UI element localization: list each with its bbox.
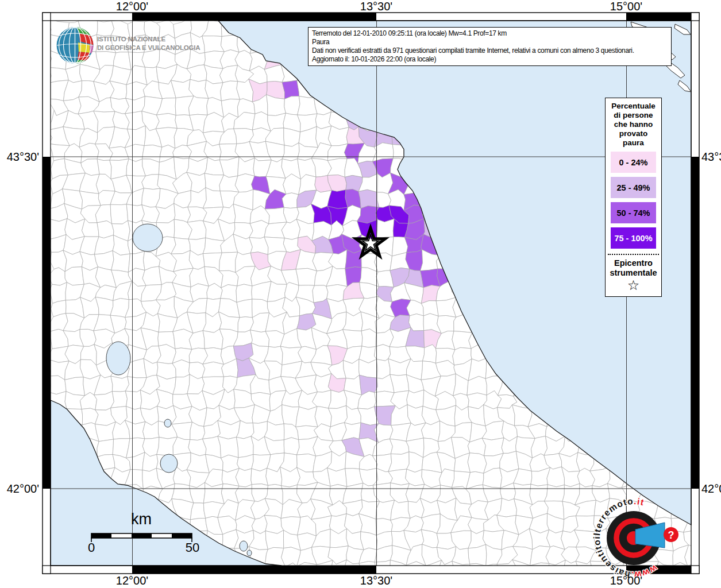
axis-label-top: 15°00' [610,0,642,13]
municipality-cell [486,564,502,582]
municipality-cell [468,453,487,474]
legend-swatch-75-100: 75 - 100% [611,227,656,249]
scale-start-label: 0 [84,540,98,555]
axis-label-right: 42°00' [701,482,721,496]
municipality-cell [264,515,283,533]
scale-end-label: 50 [184,540,201,555]
title-line-question: Paura [312,38,668,47]
municipality-cell [65,267,84,285]
municipality-cell [97,21,114,36]
municipality-cell [314,374,331,393]
lake-albano [240,541,248,551]
municipality-cell [421,269,440,288]
municipality-cell [265,530,284,549]
municipality-cell [406,562,426,580]
municipality-cell [125,390,141,409]
ingv-line1: ISTITUTO NAZIONALE [97,35,200,44]
lake-bracciano [160,454,178,473]
municipality-cell [221,35,240,52]
municipality-cell [218,436,238,458]
axis-label-bottom: 15°00' [610,574,642,587]
title-line-data-note: Dati non verificati estratti da 971 ques… [312,47,668,55]
municipality-cell [156,114,177,129]
ingv-line2: DI GEOFISICA E VULCANOLOGIA [97,44,200,52]
municipality-cell [576,561,592,579]
municipality-cell [545,485,565,501]
legend-swatch-0-24: 0 - 24% [611,152,656,173]
question-mark: ? [668,529,674,541]
legend: Percentuale di persone che hanno provato… [605,98,662,297]
municipality-cell [190,503,205,520]
municipality-cell [358,189,379,208]
lake-nemi [247,550,252,556]
star-outline-icon: ☆ [606,278,661,293]
ingv-wordmark: ISTITUTO NAZIONALE DI GEOFISICA E VULCAN… [97,35,200,52]
municipality-cell [361,329,376,347]
municipality-cell [251,468,268,485]
axis-label-bottom: 12°00' [116,574,148,587]
axis-label-top: 12°00' [116,0,148,13]
legend-swatch-50-74: 50 - 74% [611,202,656,223]
title-line-event: Terremoto del 12-01-2010 09:25:11 (ora l… [312,29,668,38]
title-box: Terremoto del 12-01-2010 09:25:11 (ora l… [308,27,672,66]
municipality-cell [237,436,254,458]
axis-label-left: 42°00' [0,482,39,496]
legend-title: Percentuale di persone che hanno provato… [606,102,661,148]
municipality-cell [284,438,299,455]
axis-label-left: 43°30' [0,150,39,164]
municipality-cell [482,438,504,457]
municipality-cell [235,174,255,192]
municipality-cell [685,545,705,566]
legend-swatch-25-49: 25 - 49% [611,177,656,198]
municipality-cell [97,439,114,457]
municipality-cell [110,204,128,224]
municipality-cell [391,500,410,520]
axis-label-right: 43°30' [701,150,721,164]
municipality-cell [388,452,409,471]
lake-vico [164,419,171,427]
title-line-updated: Aggiornato il: 10-01-2026 22:00 (ora loc… [312,55,668,64]
lake-bolsena [106,342,130,375]
municipality-cell [221,81,240,101]
scale-unit-label: km [131,510,152,528]
axis-label-top: 13°30' [360,0,392,13]
municipality-cell [202,362,224,377]
municipality-cell [219,252,238,272]
municipality-cell [296,268,317,285]
macroseismic-map-page: ? www.haisentitoilterremoto.it 12°00'13°… [0,0,721,588]
municipality-cell [142,159,160,176]
municipality-cell [328,126,349,146]
municipality-cell [329,390,347,408]
municipality-cell [237,299,252,318]
municipality-cell [97,221,114,238]
axis-label-bottom: 13°30' [360,574,392,587]
legend-divider [608,254,659,255]
legend-epicenter-label: Epicentro strumentale [606,258,661,278]
municipality-cell [468,563,488,580]
lake-trasimeno [133,224,163,252]
municipality-cell [296,407,318,427]
municipality-cell [284,96,300,115]
municipality-cell [547,467,564,487]
